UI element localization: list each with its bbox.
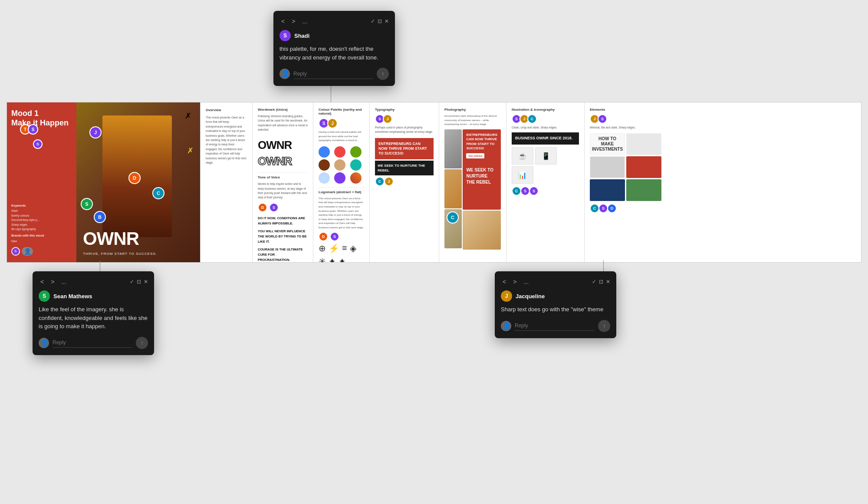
wordmark-outline: OWNR [258,155,308,168]
elements-title: Elements [590,108,661,112]
photo-thumb-4 [463,211,501,250]
reply-input-jac[interactable] [515,321,595,331]
reply-input-sean[interactable] [53,338,132,348]
sean-popup-more-btn[interactable]: ... [59,277,68,286]
avatar-C[interactable]: C [152,187,164,199]
jac-popup-prev-btn[interactable]: < [501,277,508,286]
sean-popup-check-btn[interactable]: ✓ [130,279,134,285]
typography-banner: ENTREPRENEURS CAN NOW THRIVE FROM START … [375,138,434,159]
popup-header-sean: < > ... ✓ ⊡ ✕ [39,277,148,286]
rebel-text: WE SEEK TO NURTURE THE REBEL [466,167,497,185]
color-teal [350,159,362,171]
red-banner-cta[interactable]: Get started [466,153,484,158]
sean-popup-close-btn[interactable]: ✕ [144,279,148,285]
photo-thumb-2 [444,169,462,208]
color-red [334,146,345,158]
photo-thumbnails: C ENTREPRENEURS CAN NOW THRIVE FROM STAR… [444,129,501,250]
avatar-D3[interactable]: D [319,232,328,241]
avatar-S2[interactable]: S [33,139,43,149]
color-purple [334,172,345,184]
avatar-S3[interactable]: S [11,247,20,256]
reply-send-shadi[interactable]: ↑ [377,68,389,80]
avatar-S7[interactable]: S [330,232,339,241]
wordmark-section: Wordmark (Unica) Following Ventures bran… [252,102,313,262]
avatar-C5[interactable]: C [512,186,521,196]
jac-popup-screen-btn[interactable]: ⊡ [599,279,603,285]
photography-title: Photography [444,108,501,112]
comment-popup-sean: < > ... ✓ ⊡ ✕ S Sean Mathews Like the fe… [33,271,154,355]
sean-user-row: S Sean Mathews [39,290,148,302]
photo-thumb-1 [444,129,462,168]
sean-popup-next-btn[interactable]: > [49,277,56,286]
popup-more-btn[interactable]: ... [300,17,309,26]
avatar-S5[interactable]: S [269,203,279,212]
sean-popup-screen-btn[interactable]: ⊡ [137,279,141,285]
jac-comment-text: Sharp text does go with the "wise" theme [501,305,610,314]
avatar-C4[interactable]: C [527,114,537,124]
tone-line2: YOU WILL NEVER INFLUENCE THE WORLD BY TR… [258,229,308,244]
color-brown [319,159,330,171]
avatar-S12[interactable]: S [598,114,607,124]
sean-popup-prev-btn[interactable]: < [39,277,46,286]
shadi-comment-text: this palette, for me, doesn't reflect th… [279,45,389,62]
avatar-person: 👤 [22,247,33,256]
tone-body: Words to help inspire action and to keep… [258,182,308,200]
elem-6 [626,179,661,201]
color-light-blue [319,172,330,184]
mood-panel: Mood 1 Make it Happen T S S Keywords Sta… [7,102,76,262]
typography-body: Perhaps used in place of photography som… [375,125,434,135]
elem-1: HOW TO MAKE INVESTMENTS [590,133,625,155]
color-grid [319,146,364,184]
popup-nav: < > ... [279,17,309,26]
avatar-S4[interactable]: S [81,198,93,210]
avatar-J4[interactable]: J [383,114,392,124]
popup-check-btn[interactable]: ✓ [371,18,375,24]
avatar-D[interactable]: D [128,172,141,184]
typography-section: Typography S J Perhaps used in place of … [369,102,439,262]
photography-body: Documentary-style showcasing of the dive… [444,114,501,127]
avatar-S13[interactable]: S [598,204,608,213]
reply-input-shadi[interactable] [293,69,373,79]
avatar-B[interactable]: B [94,211,106,223]
ownr-tagline: THRIVE, FROM START TO SUCCESS. [83,252,157,256]
avatar-C3[interactable]: C [447,211,459,224]
reply-send-jac[interactable]: ↑ [598,320,610,332]
avatar-S10[interactable]: S [520,186,530,196]
avatar-C2[interactable]: C [375,177,385,186]
avatar-J3[interactable]: J [327,118,338,128]
main-canvas: Mood 1 Make it Happen T S S Keywords Sta… [0,0,868,504]
color-tan [334,159,345,171]
avatar-D4[interactable]: D [607,204,617,213]
jac-popup-controls: ✓ ⊡ ✕ [592,279,610,285]
popup-next-btn[interactable]: > [290,17,297,26]
elements-grid: HOW TO MAKE INVESTMENTS [590,133,661,201]
avatar-D2[interactable]: D [258,203,267,212]
jac-popup-close-btn[interactable]: ✕ [606,279,610,285]
logomark-icons: ⊕ ⚡ ≡ ◈ ✳ ✦ ✦ [319,243,364,263]
wordmark-large: OWNR [258,139,308,152]
red-banner-text: ENTREPRENEURS CAN NOW THRIVE FROM START … [466,133,497,151]
popup-controls: ✓ ⊡ ✕ [371,18,389,24]
popup-close-btn[interactable]: ✕ [385,18,389,24]
elem-5 [590,179,625,201]
jac-popup-next-btn[interactable]: > [511,277,518,286]
avatar-C6[interactable]: C [590,204,599,213]
avatar-S11[interactable]: S [529,186,539,196]
logomark-title: Logomark (abstract + flat) [319,190,364,194]
avatar-S[interactable]: S [28,124,38,135]
shadi-reply-row: ↑ [279,68,389,80]
avatar-J2[interactable]: J [89,126,102,138]
popup-nav-jacqueline: < > ... [501,277,530,286]
jac-popup-more-btn[interactable]: ... [522,277,530,286]
sean-username: Sean Mathews [53,293,92,300]
jac-popup-check-btn[interactable]: ✓ [592,279,596,285]
elements-body: Minimal, flat and stark. Sharp edges. [590,125,661,130]
photo-red-banner: ENTREPRENEURS CAN NOW THRIVE FROM START … [463,129,501,210]
reply-avatar-sean [39,338,49,348]
shadi-avatar: S [279,30,291,41]
avatar-J5[interactable]: J [384,177,394,186]
business-banner: BUSINESS OWNR SINCE 2018. [512,132,579,145]
popup-prev-btn[interactable]: < [279,17,286,26]
reply-send-sean[interactable]: ↑ [136,337,148,349]
popup-screen-btn[interactable]: ⊡ [378,18,382,24]
